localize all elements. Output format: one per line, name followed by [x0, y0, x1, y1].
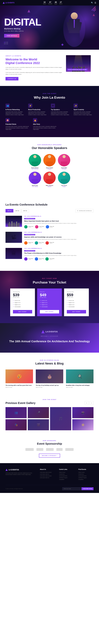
hero-dots [4, 42, 8, 44]
footer-link-1-1[interactable]: Conferences [59, 474, 74, 474]
footer-email-input[interactable] [62, 487, 82, 490]
why-card-title-1: Boost Productivity [28, 109, 48, 110]
footer-col-title-1: Useful Links [59, 469, 74, 470]
speaker-avatar-3 [29, 172, 41, 184]
speakers-title: Our Honorable Speakers [5, 146, 94, 150]
blog-date-2: March 25, 2022 [66, 387, 94, 388]
speaker-3: David Chen CTO, StartUp [29, 172, 41, 187]
why-card-text-1: Lorem ipsum dolor sit amet, consectetur … [28, 111, 48, 116]
menu-icon[interactable]: ☰ [95, 2, 96, 4]
schedule-badge-2: CONFERENCE HALL 03 [24, 250, 35, 252]
footer-copyright: © 2022 La Eventos. All Rights Reserved. [5, 488, 23, 489]
sched-speaker-0-1: Clara Stone Speaker [35, 225, 44, 228]
schedule-time-1: 10:00 - 11:00 | CONFERENCE HALL 02 [24, 232, 94, 233]
hero-dot-4[interactable] [4, 44, 5, 44]
footer-link-1-3[interactable]: Certificate Program [59, 477, 74, 478]
sched-avatar-1-2 [46, 241, 49, 244]
schedule-tab-1[interactable]: DAY 02 [13, 209, 21, 212]
sched-speaker-0-2: Adam Hill Speaker [46, 225, 54, 228]
footer-logo-icon [5, 469, 8, 471]
footer-link-2-0[interactable]: Online Course [78, 472, 94, 473]
hero-dot-1[interactable] [4, 42, 5, 43]
ticket-btn-0[interactable]: Buy Ticket [13, 310, 32, 314]
speaker-name-2: Sarah Mills [58, 167, 70, 168]
ticket-feature-2-1: Eligible for all [67, 302, 86, 304]
about-image-panel: Access to Wednesday July 10 - 14, 2022 [66, 55, 94, 72]
speaker-avatar-0 [29, 154, 41, 166]
hero-cta-button[interactable]: VIEW DETAILS [4, 34, 19, 38]
schedule-item-1: 📽 10:00 - 11:00 | CONFERENCE HALL 02 CON… [5, 232, 94, 244]
schedule-content-0: 9:00 - 10:00 | CONFERENCE HALL 01 CONFER… [24, 216, 94, 228]
sched-avatar-1-0 [24, 241, 27, 244]
sched-speaker-2-0: Emily Reed Speaker [24, 257, 33, 260]
hero-dot-2[interactable] [6, 42, 6, 43]
search-icon[interactable]: 🔍 [91, 2, 93, 4]
footer-subscribe-button[interactable]: SUBSCRIBE NOW ▶ [82, 487, 94, 490]
hero-image [63, 11, 88, 50]
ticket-plan-2: Premium Plan [67, 291, 86, 292]
schedule-image-0 [5, 216, 22, 227]
gallery-grid: 👥 🎤 🎵 📸 🎭 🎬 🌟 [5, 407, 94, 430]
why-card-icon-4: 🎯 [5, 118, 10, 122]
schedule-tab-0[interactable]: DAY 01 [5, 209, 13, 212]
sponsor-logo-2 [36, 448, 43, 451]
why-card-icon-0: 👥 [5, 104, 10, 108]
footer-link-2-3[interactable]: Certificate Program [78, 477, 94, 478]
ticket-plan-1: Ultra Plus [40, 291, 59, 292]
speaker-name-0: Emma Wilson [29, 167, 41, 168]
ticket-card-1: Ultra Plus $49 per day / ticket Access t… [37, 288, 62, 316]
gallery-next-button[interactable]: › [90, 401, 94, 405]
footer-link-1-2[interactable]: Community Events [59, 476, 74, 476]
footer-link-2-4[interactable]: Competition [78, 479, 94, 480]
speaker-0: Emma Wilson CEO, TechCorp [29, 154, 41, 170]
cta-logo: LA EVENTOS [5, 330, 94, 333]
speakers-row-1: Emma Wilson CEO, TechCorp James Parker D… [5, 154, 94, 170]
schedule-speakers-0: Andrew Rex Speaker Clara Stone Speaker A… [24, 225, 94, 228]
why-card-text-2: Lorem ipsum dolor sit amet, consectetur … [51, 111, 71, 116]
footer-link-0-0[interactable]: Lorem ipsum dolor sit amet [40, 472, 55, 473]
ticket-period-0: per day / ticket [13, 297, 32, 298]
footer-link-1-4[interactable]: Competition [59, 479, 74, 480]
ticket-feature-2-3: Downloadable [67, 306, 86, 308]
footer-brand: LA EVENTOS Lorem ipsum dolor sit amet, c… [5, 469, 36, 481]
footer-logo: LA EVENTOS [5, 469, 36, 471]
ticket-btn-2[interactable]: Buy Ticket [67, 310, 86, 314]
why-card-icon-1: ⚡ [28, 104, 32, 108]
cta-subtitle: BECOME A SPONSOR [5, 336, 94, 337]
schedule-speakers-1: Nathan Fox Speaker Diana Clark Speaker R… [24, 241, 94, 244]
why-grid-2: 🎯 Potential Clients Lorem ipsum dolor si… [5, 118, 58, 130]
footer-link-0-2[interactable]: Lorem ipsum dolor sit amet [40, 476, 55, 476]
about-label: ABOUT LA EVENTS [5, 55, 62, 56]
footer-link-2-1[interactable]: Conferences [78, 474, 94, 474]
footer-link-0-3[interactable]: Lorem ipsum dolor sit [40, 477, 55, 478]
blog-grid: 😢 The morning with a sad face grow their… [5, 370, 94, 388]
footer-link-2-2[interactable]: Community Events [78, 476, 94, 476]
ticket-price-0: $39 [13, 293, 32, 297]
hero-dot-5[interactable] [6, 44, 6, 44]
sched-avatar-2-2 [45, 257, 49, 260]
hero-dot-6[interactable] [7, 44, 8, 44]
schedule-tab-2[interactable]: DAY 03 [21, 209, 29, 212]
why-card-2: 👁 Top Speakers Lorem ipsum dolor sit ame… [51, 104, 71, 116]
footer-link-0-1[interactable]: Lorem ipsum dolor sit [40, 474, 55, 474]
speakers-label: OUR HONORABLE SPEAKERS [5, 144, 94, 146]
become-sponsor-button[interactable]: BECOME A SPONSOR + [39, 454, 60, 458]
logo-text: LA EVENTS [5, 2, 14, 4]
schedule-time-0: 9:00 - 10:00 | CONFERENCE HALL 01 [24, 216, 94, 217]
download-icon: ⬇ [77, 210, 78, 211]
schedule-download-button[interactable]: ⬇ DOWNLOAD SCHEDULE [75, 209, 94, 212]
contact-button[interactable]: CONTACT US [5, 77, 18, 80]
speaker-name-3: David Chen [29, 185, 41, 186]
gallery-prev-button[interactable]: ‹ [85, 401, 89, 405]
cta-logo-icon [41, 330, 45, 333]
footer-link-1-0[interactable]: Online Course [59, 472, 74, 473]
about-content: ABOUT LA EVENTS Welcome to the World Dig… [5, 55, 62, 80]
sched-avatar-2-1 [35, 257, 38, 260]
schedule-speakers-2: Emily Reed Speaker James King Speaker An… [24, 257, 94, 260]
why-card-text-4: Lorem ipsum dolor sit amet, consectetur … [5, 126, 30, 130]
footer-col-title-2: Find Events [78, 469, 94, 470]
hero-dot-3[interactable] [7, 42, 8, 43]
gallery-item-5: 🎬 [28, 419, 49, 430]
ticket-btn-1[interactable]: Buy Ticket [40, 310, 59, 314]
why-card-5: 🔥 After Party Lorem ipsum dolor sit amet… [33, 118, 58, 130]
